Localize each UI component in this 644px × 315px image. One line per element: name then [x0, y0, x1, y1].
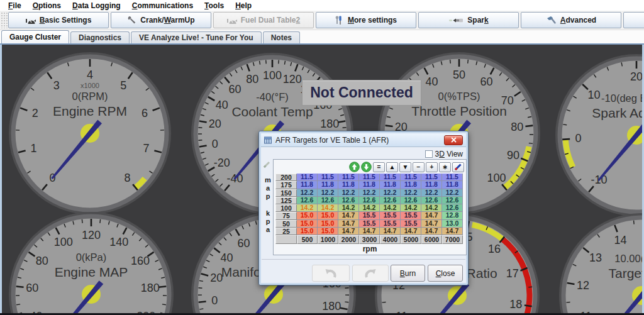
toolbar-drag-handle[interactable]	[1, 12, 8, 28]
svg-text:20: 20	[630, 70, 643, 83]
basic-settings-button[interactable]: Basic Settings	[8, 12, 109, 28]
svg-text:18: 18	[509, 298, 522, 311]
send-up-circle-button[interactable]	[349, 162, 360, 172]
gauge-engine-map: 204060801001201401601802002200(kPa)Engin…	[10, 213, 172, 315]
afr-cell[interactable]: 11.8	[359, 181, 380, 189]
dialog-titlebar[interactable]: AFR Targets for VE Table 1 (AFR)	[261, 133, 466, 147]
svg-text:60: 60	[228, 83, 241, 96]
afr-cell[interactable]: 11.8	[380, 181, 401, 189]
afr-cell[interactable]: 12.8	[442, 212, 463, 219]
afr-cell[interactable]: 15.0	[297, 212, 318, 219]
afr-cell[interactable]: 15.0	[318, 212, 338, 219]
menu-file[interactable]: File	[3, 1, 27, 10]
plus-button[interactable]: +	[426, 162, 438, 172]
afr-cell[interactable]: 14.7	[338, 228, 359, 235]
fuel-gauge-icon	[227, 16, 237, 25]
set-equal-button[interactable]: =	[373, 162, 385, 172]
tab-gauge-cluster[interactable]: Gauge Cluster	[1, 30, 69, 43]
view-3d-toggle[interactable]: 3D View	[425, 150, 464, 158]
increase-button[interactable]: ▲	[386, 162, 398, 172]
tab-notes[interactable]: Notes	[263, 31, 300, 43]
tab-ve-analyze-live-tune-for-you[interactable]: VE Analyze Live! - Tune For You	[131, 31, 262, 43]
minus-button[interactable]: −	[413, 162, 425, 172]
wrench-icon	[127, 16, 136, 25]
burn-button[interactable]: Burn	[391, 265, 425, 282]
close-button[interactable]: Close	[428, 265, 463, 282]
toolbar-button-label: More settings	[348, 16, 397, 25]
svg-text:Coolant Temp: Coolant Temp	[231, 104, 313, 119]
edit-button[interactable]	[452, 162, 464, 172]
svg-text:120: 120	[283, 73, 302, 86]
svg-text:80: 80	[36, 255, 48, 267]
decrease-button[interactable]: ▼	[399, 162, 411, 172]
afr-cell[interactable]: 14.7	[380, 228, 401, 235]
svg-text:3: 3	[53, 79, 60, 92]
afr-cell[interactable]: 15.5	[401, 212, 421, 219]
map-row-header: 75	[275, 212, 297, 219]
more-settings-button[interactable]: More settings	[316, 12, 416, 28]
redo-button[interactable]	[352, 265, 389, 282]
svg-text:13: 13	[589, 251, 602, 264]
fuel-dual-table2-button[interactable]: Fuel Dual Table2	[213, 12, 314, 28]
menu-bar: FileOptionsData LoggingCommunicationsToo…	[0, 0, 644, 11]
svg-text:100: 100	[487, 172, 506, 184]
y-axis-label-map: map	[264, 176, 272, 201]
afr-cell[interactable]: 11.8	[297, 181, 318, 189]
svg-text:Target AFR: Target AFR	[608, 266, 644, 280]
svg-text:12: 12	[577, 279, 589, 292]
undo-button[interactable]	[312, 265, 350, 282]
crank-warmup-button[interactable]: Crank/WarmUp	[111, 12, 211, 28]
svg-text:1: 1	[30, 142, 36, 155]
checkbox-icon[interactable]	[425, 150, 433, 158]
svg-text:5: 5	[120, 79, 126, 92]
afr-table-panel: =▲▼−+∗ 20011.511.511.511.511.511.511.511…	[273, 159, 467, 255]
afr-cell[interactable]: 14.7	[401, 228, 421, 235]
svg-text:0(kPa): 0(kPa)	[76, 251, 107, 263]
afr-cell[interactable]: 14.7	[442, 228, 463, 235]
menu-help[interactable]: Help	[230, 1, 257, 10]
afr-cell[interactable]: 15.0	[318, 228, 338, 235]
close-icon[interactable]	[444, 135, 463, 145]
svg-text:100: 100	[54, 236, 73, 248]
send-down-circle-button[interactable]	[361, 162, 372, 172]
svg-text:40: 40	[221, 251, 233, 264]
svg-text:0(%TPS): 0(%TPS)	[438, 91, 480, 102]
spark-button[interactable]: Spark	[418, 12, 519, 28]
menu-data-logging[interactable]: Data Logging	[67, 1, 126, 10]
toolbar-button-partial[interactable]	[623, 12, 644, 28]
tab-diagnostics[interactable]: Diagnostics	[70, 31, 130, 43]
afr-cell[interactable]: 11.8	[338, 181, 359, 189]
svg-text:16: 16	[488, 243, 501, 255]
svg-text:120: 120	[82, 229, 101, 241]
svg-text:-40(°F): -40(°F)	[256, 91, 289, 102]
svg-text:140: 140	[109, 236, 128, 248]
afr-cell[interactable]: 11.8	[401, 181, 421, 189]
gauge-spark-advance: -1001020304050-10(deg BTDC)Spark Advance	[557, 55, 644, 215]
rpm-col-header: 4000	[380, 235, 401, 244]
svg-text:Engine RPM: Engine RPM	[53, 104, 127, 118]
afr-cell[interactable]: 14.7	[338, 212, 359, 219]
svg-text:80: 80	[246, 73, 258, 86]
afr-cell[interactable]: 15.0	[297, 228, 318, 235]
afr-cell[interactable]: 11.8	[421, 181, 442, 189]
multiply-button[interactable]: ∗	[439, 162, 451, 172]
not-connected-label: Not Connected	[310, 84, 413, 101]
afr-cell[interactable]: 14.7	[421, 228, 442, 235]
afr-cell[interactable]: 15.5	[359, 212, 380, 219]
afr-cell[interactable]: 15.5	[380, 212, 401, 219]
menu-communications[interactable]: Communications	[126, 1, 199, 10]
menu-tools[interactable]: Tools	[199, 1, 230, 10]
svg-text:-20: -20	[214, 157, 230, 169]
afr-cell[interactable]: 14.7	[421, 212, 442, 219]
map-row-header: 25	[275, 228, 297, 235]
afr-cell[interactable]: 14.7	[359, 228, 380, 235]
window-border-left	[0, 45, 2, 315]
svg-text:160: 160	[131, 255, 150, 267]
menu-options[interactable]: Options	[27, 1, 67, 10]
advanced-button[interactable]: Advanced	[521, 12, 621, 28]
afr-cell[interactable]: 11.8	[318, 181, 338, 189]
svg-text:0: 0	[211, 294, 218, 307]
afr-cell[interactable]: 11.8	[442, 181, 463, 189]
gauge-icon	[26, 16, 36, 25]
svg-text:10: 10	[588, 89, 601, 101]
